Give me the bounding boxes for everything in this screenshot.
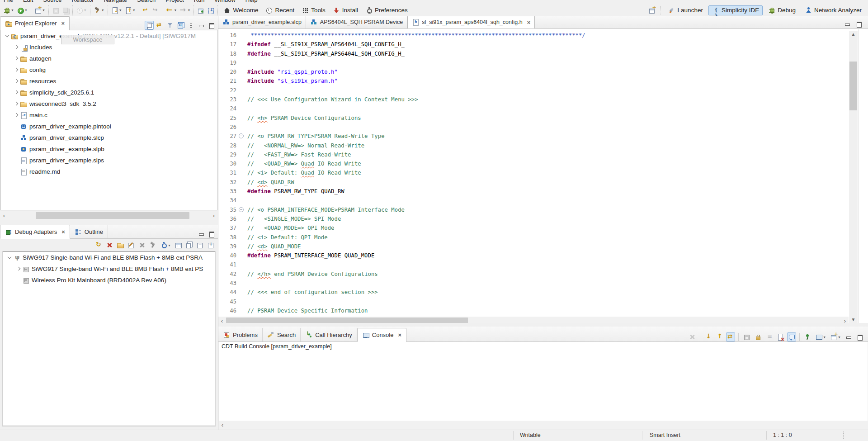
code-line[interactable]: 24 bbox=[218, 104, 849, 113]
perspective-network-analyzer[interactable]: Network Analyzer bbox=[801, 5, 865, 15]
expand-all-button[interactable] bbox=[206, 241, 215, 250]
tree-item[interactable]: SiWG917 Single-band Wi-Fi and BLE 8MB Fl… bbox=[3, 252, 215, 263]
expander-icon[interactable] bbox=[13, 44, 20, 51]
display-selected-console-button[interactable]: ▼ bbox=[814, 332, 827, 341]
code-line[interactable]: 31// <i> Default: Quad IO Read-Write bbox=[218, 168, 849, 177]
rename-button[interactable] bbox=[127, 241, 136, 250]
new-wizard-button[interactable]: ▼ bbox=[33, 6, 47, 15]
scroll-left-icon[interactable]: ‹ bbox=[0, 212, 8, 219]
menu-search[interactable]: Search bbox=[137, 0, 156, 3]
previous-edit-location-button[interactable] bbox=[141, 6, 151, 15]
tree-item[interactable]: psram_driver_example.pintool bbox=[1, 121, 217, 132]
menu-help[interactable]: Help bbox=[245, 0, 258, 3]
editor-tab[interactable]: sl_si91x_psram_aps6404l_sqh_config.h× bbox=[407, 16, 535, 28]
minimize-button[interactable] bbox=[197, 21, 206, 30]
code-line[interactable]: 25// <h> PSRAM Device Configurations bbox=[218, 114, 849, 123]
code-line[interactable]: 27−// <o PSRAM_RW_TYPE>PSRAM Read-Write … bbox=[218, 132, 849, 141]
save-button[interactable] bbox=[51, 6, 61, 15]
menu-file[interactable]: File bbox=[4, 0, 13, 3]
editor-tab[interactable]: APS6404L_SQH PSRAM Device bbox=[306, 16, 407, 28]
console-output[interactable] bbox=[219, 352, 868, 421]
forward-button[interactable]: ▼ bbox=[179, 6, 192, 15]
code-line[interactable]: 28// <NORMAL_RW=> Normal Read-Write bbox=[218, 141, 849, 150]
welcome-link[interactable]: Welcome bbox=[221, 6, 261, 15]
dropdown-arrow-icon[interactable]: ▼ bbox=[42, 9, 45, 12]
dropdown-arrow-icon[interactable]: ▼ bbox=[24, 9, 28, 12]
dropdown-arrow-icon[interactable]: ▼ bbox=[823, 336, 826, 339]
expander-icon[interactable] bbox=[13, 55, 20, 62]
code-line[interactable]: 38// <i> Default: QPI Mode bbox=[218, 233, 849, 242]
adapter-settings-button[interactable]: ▼ bbox=[159, 241, 172, 250]
scroll-lock-button[interactable] bbox=[787, 332, 796, 341]
tab-call-hierarchy[interactable]: Call Hierarchy bbox=[301, 328, 357, 341]
code-line[interactable]: 23// <<< Use Configuration Wizard in Con… bbox=[218, 95, 849, 104]
next-edit-location-button[interactable] bbox=[151, 6, 161, 15]
tree-item[interactable]: config bbox=[1, 64, 217, 76]
code-line[interactable]: 46// PSRAM Device Specific Information bbox=[218, 306, 849, 315]
open-console-button[interactable]: ▼ bbox=[829, 332, 842, 341]
code-line[interactable]: 39// <d> QUAD_MODE bbox=[218, 242, 849, 251]
recent-link[interactable]: Recent bbox=[263, 6, 297, 15]
code-line[interactable]: 42// </h> end PSRAM Device Configuration… bbox=[218, 270, 849, 279]
focus-on-active-task-button[interactable] bbox=[176, 21, 185, 30]
new-group-button[interactable] bbox=[116, 241, 125, 250]
code-line[interactable]: 44// <<< end of configuration section >>… bbox=[218, 288, 849, 297]
table-view-button[interactable] bbox=[174, 241, 183, 250]
perspective-debug[interactable]: Debug bbox=[764, 5, 799, 15]
code-line[interactable]: 21#include "sl_si91x_psram.h" bbox=[218, 76, 849, 85]
menu-edit[interactable]: Edit bbox=[23, 0, 33, 3]
menu-refactor[interactable]: Refactor bbox=[72, 0, 94, 3]
dropdown-arrow-icon[interactable]: ▼ bbox=[174, 9, 177, 12]
tree-item[interactable]: autogen bbox=[1, 53, 217, 64]
close-icon[interactable]: × bbox=[398, 332, 401, 338]
code-line[interactable]: 18#define __SL_SI91X_PSRAM_APS6404L_SQH_… bbox=[218, 49, 849, 58]
tools-link[interactable]: Tools bbox=[299, 6, 328, 15]
refresh-adapters-button[interactable] bbox=[94, 241, 103, 250]
menu-source[interactable]: Source bbox=[43, 0, 61, 3]
code-line[interactable]: 17#ifndef __SL_SI91X_PSRAM_APS6404L_SQH_… bbox=[218, 40, 849, 49]
close-icon[interactable]: × bbox=[61, 228, 65, 235]
link-with-editor-button[interactable] bbox=[155, 21, 164, 30]
tree-item[interactable]: psram_driver_example.slpb bbox=[1, 143, 217, 155]
minimize-button[interactable] bbox=[844, 332, 853, 341]
history-button[interactable]: ▼ bbox=[75, 6, 88, 15]
dropdown-arrow-icon[interactable]: ▼ bbox=[84, 9, 87, 12]
menu-project[interactable]: Project bbox=[165, 0, 184, 3]
code-line[interactable]: 41 bbox=[218, 260, 849, 269]
preferences-link[interactable]: Preferences bbox=[363, 6, 410, 15]
dropdown-arrow-icon[interactable]: ▼ bbox=[188, 9, 191, 12]
close-icon[interactable]: × bbox=[527, 19, 531, 26]
project-explorer-hscrollbar[interactable]: ‹ › bbox=[0, 211, 217, 220]
dropdown-arrow-icon[interactable]: ▼ bbox=[11, 9, 14, 12]
maximize-button[interactable] bbox=[855, 332, 864, 341]
lock-console-button[interactable] bbox=[753, 332, 762, 341]
word-wrap-button[interactable] bbox=[726, 332, 735, 341]
code-line[interactable]: 37// <QUAD_MODE=> QPI Mode bbox=[218, 223, 849, 232]
code-line[interactable]: 22 bbox=[218, 86, 849, 95]
expander-icon[interactable] bbox=[13, 100, 20, 108]
clear-console-button[interactable] bbox=[776, 332, 785, 341]
code-line[interactable]: 20#include "rsi_qspi_proto.h" bbox=[218, 67, 849, 76]
scroll-thumb[interactable] bbox=[36, 212, 189, 219]
flash-upload-button[interactable]: ▼ bbox=[123, 6, 137, 15]
scroll-up-icon[interactable]: ▲ bbox=[849, 32, 858, 37]
editor-tab[interactable]: psram_driver_example.slcp bbox=[218, 16, 306, 28]
perspective-launcher[interactable]: Launcher bbox=[665, 5, 707, 15]
tree-item[interactable]: SiWG917 Single-band Wi-Fi and BLE 8MB Fl… bbox=[3, 263, 215, 275]
scroll-thumb[interactable] bbox=[849, 62, 857, 110]
dropdown-arrow-icon[interactable]: ▼ bbox=[119, 9, 122, 12]
code-line[interactable]: 34 bbox=[218, 196, 849, 205]
tree-item[interactable]: main.c bbox=[1, 109, 217, 121]
maximize-button[interactable] bbox=[207, 21, 216, 30]
tree-item[interactable]: simplicity_sdk_2025.6.1 bbox=[1, 87, 217, 98]
expander-icon[interactable] bbox=[15, 266, 22, 273]
device-tools-button[interactable] bbox=[148, 241, 157, 250]
tree-item[interactable]: resources bbox=[1, 76, 217, 87]
dropdown-arrow-icon[interactable]: ▼ bbox=[101, 9, 104, 12]
copy-view-button[interactable] bbox=[184, 241, 193, 250]
minimize-button[interactable] bbox=[197, 229, 206, 238]
code-line[interactable]: 29// <FAST_RW=> Fast Read-Write bbox=[218, 150, 849, 159]
code-line[interactable]: 19 bbox=[218, 58, 849, 67]
dropdown-arrow-icon[interactable]: ▼ bbox=[168, 244, 171, 247]
code-line[interactable]: 45 bbox=[218, 297, 849, 306]
